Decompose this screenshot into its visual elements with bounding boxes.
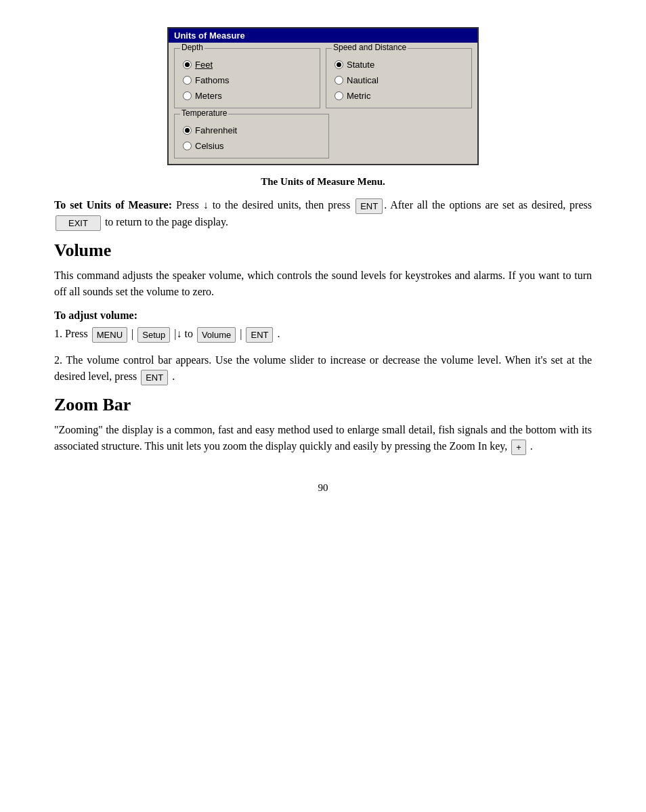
volume-heading: Volume — [54, 240, 592, 261]
temp-celsius-radio[interactable] — [183, 142, 192, 150]
depth-meters-radio[interactable] — [183, 91, 192, 100]
step2-period: . — [172, 370, 175, 382]
step2-text: 2. The volume control bar appears. Use t… — [54, 354, 592, 382]
units-of-measure-dialog: Units of Measure Depth Feet Fathoms — [167, 27, 479, 165]
speed-statute-label: Statute — [347, 60, 374, 70]
zoom-period: . — [530, 440, 533, 452]
temp-fahrenheit-radio[interactable] — [183, 126, 192, 135]
volume-para: This command adjusts the speaker volume,… — [54, 268, 592, 300]
temp-fahrenheit-label: Fahrenheit — [195, 125, 237, 135]
set-units-bold: To set Units of Measure: — [54, 199, 172, 211]
dialog-caption: The Units of Measure Menu. — [54, 176, 592, 188]
speed-nautical-option[interactable]: Nautical — [335, 75, 463, 85]
page-content: Units of Measure Depth Feet Fathoms — [54, 27, 592, 494]
adjust-step2-para: 2. The volume control bar appears. Use t… — [54, 352, 592, 385]
speed-group: Speed and Distance Statute Nautical Metr… — [326, 48, 472, 108]
volume-key[interactable]: Volume — [197, 327, 236, 343]
depth-meters-label: Meters — [195, 91, 222, 101]
ent-key3[interactable]: ENT — [141, 370, 168, 386]
step1-arrow: |↓ to — [174, 328, 196, 339]
dialog-top-row: Depth Feet Fathoms Meters — [174, 48, 472, 108]
depth-feet-radio[interactable] — [183, 60, 192, 69]
zoom-heading: Zoom Bar — [54, 395, 592, 415]
step1-pipe1: | — [131, 328, 136, 339]
dialog-title: Units of Measure — [174, 30, 245, 41]
speed-nautical-label: Nautical — [347, 75, 379, 85]
page-number: 90 — [54, 482, 592, 494]
speed-metric-radio[interactable] — [335, 91, 343, 100]
dialog-bottom-row: Temperature Fahrenheit Celsius — [174, 114, 472, 158]
zoom-para: "Zooming" the display is a common, fast … — [54, 422, 592, 455]
temp-fahrenheit-option[interactable]: Fahrenheit — [183, 125, 320, 135]
depth-meters-option[interactable]: Meters — [183, 91, 311, 101]
temp-celsius-label: Celsius — [195, 141, 224, 151]
depth-feet-label: Feet — [195, 60, 213, 70]
step1-prefix: 1. Press — [54, 328, 91, 339]
speed-statute-option[interactable]: Statute — [335, 60, 463, 70]
menu-key[interactable]: MENU — [92, 327, 127, 343]
depth-group: Depth Feet Fathoms Meters — [174, 48, 320, 108]
depth-fathoms-radio[interactable] — [183, 76, 192, 85]
speed-statute-radio[interactable] — [335, 60, 343, 69]
speed-metric-option[interactable]: Metric — [335, 91, 463, 101]
set-units-para: To set Units of Measure: Press ↓ to the … — [54, 197, 592, 231]
setup-key[interactable]: Setup — [137, 327, 170, 343]
depth-fathoms-option[interactable]: Fathoms — [183, 75, 311, 85]
dialog-body: Depth Feet Fathoms Meters — [169, 43, 477, 164]
ent-key2[interactable]: ENT — [246, 327, 273, 343]
speed-nautical-radio[interactable] — [335, 76, 343, 85]
dialog-title-bar: Units of Measure — [169, 28, 477, 43]
step1-period: . — [277, 328, 280, 339]
exit-key[interactable]: EXIT — [56, 215, 101, 232]
dialog-container: Units of Measure Depth Feet Fathoms — [54, 27, 592, 165]
temp-celsius-option[interactable]: Celsius — [183, 141, 320, 151]
zoom-key[interactable]: + — [511, 440, 526, 456]
speed-group-label: Speed and Distance — [332, 43, 408, 52]
adjust-volume-heading: To adjust volume: — [54, 309, 592, 322]
adjust-step1-para: 1. Press MENU | Setup |↓ to Volume | ENT… — [54, 326, 592, 343]
temperature-group-label: Temperature — [180, 108, 228, 118]
depth-group-label: Depth — [180, 43, 204, 52]
step1-pipe2: | — [240, 328, 244, 339]
depth-fathoms-label: Fathoms — [195, 75, 230, 85]
enter-key[interactable]: ENT — [356, 198, 383, 215]
empty-bottom-right — [335, 114, 472, 158]
depth-feet-option[interactable]: Feet — [183, 60, 311, 70]
temperature-group: Temperature Fahrenheit Celsius — [174, 114, 329, 158]
speed-metric-label: Metric — [347, 91, 370, 101]
